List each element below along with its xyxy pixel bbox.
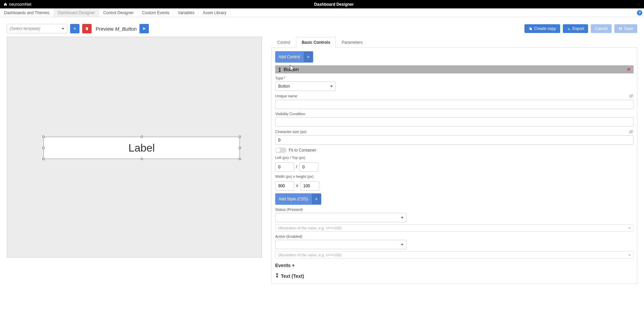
add-control-button[interactable]: Add Control <box>275 51 313 63</box>
tab-control[interactable]: Control <box>271 37 296 48</box>
home-icon <box>3 2 7 6</box>
type-label: Type * <box>275 76 634 80</box>
fit-to-container-toggle[interactable] <box>275 148 287 153</box>
section-button-header[interactable]: ▲▲ Button ✕ <box>275 65 634 73</box>
char-size-label: Character size (px) <box>275 129 634 134</box>
section-events-header[interactable]: Events + <box>275 261 634 269</box>
plus-icon: + <box>292 263 295 268</box>
nav-dashboard-designer[interactable]: Dashboard Designer <box>54 8 99 17</box>
section-title: Button <box>284 67 625 72</box>
plus-icon <box>312 194 321 204</box>
clear-icon[interactable]: × <box>629 226 631 230</box>
trash-icon <box>85 26 89 31</box>
unique-name-input[interactable] <box>275 100 634 109</box>
width-input[interactable] <box>275 181 294 191</box>
canvas-item-text: Label <box>128 142 155 154</box>
plus-icon <box>304 52 313 62</box>
help-button[interactable]: ? <box>635 8 644 17</box>
canvas-button-label[interactable]: Label <box>43 137 240 159</box>
tab-basic-controls[interactable]: Basic Controls <box>296 37 336 48</box>
fit-to-container-label: Fit to Container <box>289 148 316 153</box>
section-text-header[interactable]: ▲▲ Text (Text) <box>275 272 634 280</box>
chevron-down-icon <box>401 217 404 219</box>
cancel-button[interactable]: Cancel <box>591 24 611 33</box>
visibility-toggle-icon[interactable] <box>629 129 634 134</box>
left-input[interactable] <box>275 162 294 172</box>
status-pressed-label: Status (Pressed) <box>275 207 634 211</box>
char-size-input[interactable] <box>275 135 634 145</box>
topbar: neuroomNet Dashboard Designer — <box>0 0 644 8</box>
resize-handle[interactable] <box>141 158 143 160</box>
chevron-down-icon <box>401 244 404 246</box>
top-input[interactable] <box>299 162 318 172</box>
export-button[interactable]: Export <box>563 24 588 33</box>
resize-handle[interactable] <box>42 147 44 149</box>
tab-parameters[interactable]: Parameters <box>336 37 368 48</box>
delete-button[interactable] <box>82 24 92 33</box>
resize-handle[interactable] <box>239 147 241 149</box>
active-enabled-label: Active (Enabled) <box>275 234 634 238</box>
play-button[interactable] <box>139 24 149 33</box>
navbar: Dashboards and Themes Dashboard Designer… <box>0 8 644 17</box>
visibility-condition-input[interactable] <box>275 117 634 127</box>
add-button[interactable] <box>70 24 79 33</box>
chevron-down-icon <box>330 86 333 87</box>
unique-name-label: Unique name <box>275 94 634 98</box>
clear-icon[interactable]: × <box>629 253 631 257</box>
template-placeholder: (Select template) <box>10 26 40 31</box>
add-style-button[interactable]: Add Style (CSS) <box>275 193 321 205</box>
home-link[interactable]: neuroomNet <box>3 2 31 7</box>
resize-handle[interactable] <box>239 158 241 160</box>
panel-tabs: Control Basic Controls Parameters <box>271 37 637 48</box>
nav-custom-events[interactable]: Custom Events <box>138 8 174 17</box>
visibility-toggle-icon[interactable] <box>629 94 634 98</box>
active-enabled-select[interactable] <box>275 240 407 249</box>
user-menu[interactable]: — <box>637 2 641 7</box>
create-copy-button[interactable]: Create copy <box>524 24 560 33</box>
section-title: Text (Text) <box>281 273 634 279</box>
resize-handle[interactable] <box>239 136 241 138</box>
panel-body: Add Control ▲▲ Button ✕ Type * Button Un… <box>271 48 637 284</box>
expand-icon: ▲▲ <box>275 274 279 278</box>
resize-handle[interactable] <box>42 136 44 138</box>
main-area: Label Control Basic Controls Parameters … <box>0 37 644 291</box>
help-icon: ? <box>637 10 642 15</box>
play-icon <box>142 27 146 31</box>
save-icon <box>618 27 622 31</box>
status-pressed-select[interactable] <box>275 213 407 222</box>
nav-dashboards-themes[interactable]: Dashboards and Themes <box>0 8 54 17</box>
chevron-down-icon <box>62 28 64 30</box>
height-input[interactable] <box>300 181 319 191</box>
resize-handle[interactable] <box>42 158 44 160</box>
copy-icon <box>528 27 533 31</box>
design-canvas[interactable]: Label <box>7 37 262 258</box>
resize-handle[interactable] <box>141 136 143 138</box>
template-select[interactable]: (Select template) <box>7 24 67 33</box>
page-title: Dashboard Designer <box>31 2 637 7</box>
remove-section-button[interactable]: ✕ <box>627 67 631 72</box>
active-illustration-input[interactable]: (Illustration of the value, e.g. v===100… <box>275 251 634 259</box>
download-icon <box>567 27 571 31</box>
save-button[interactable]: Save <box>614 24 637 33</box>
status-illustration-input[interactable]: (Illustration of the value, e.g. v===100… <box>275 224 634 232</box>
collapse-icon: ▲▲ <box>278 67 282 71</box>
toolbar: (Select template) Preview M_Button Creat… <box>0 17 644 37</box>
nav-variables[interactable]: Variables <box>174 8 199 17</box>
preview-label: Preview M_Button <box>96 26 137 32</box>
visibility-condition-label: Visibility Condition <box>275 112 634 116</box>
width-height-label: Width (px) x height (px) <box>275 174 634 178</box>
left-top-label: Left (px) / Top (px) <box>275 156 634 160</box>
properties-panel: Control Basic Controls Parameters Add Co… <box>271 37 637 284</box>
plus-icon <box>72 26 77 31</box>
nav-control-designer[interactable]: Control Designer <box>99 8 138 17</box>
brand-label: neuroomNet <box>9 2 31 7</box>
nav-asset-library[interactable]: Asset Library <box>199 8 231 17</box>
type-select[interactable]: Button <box>275 82 336 91</box>
